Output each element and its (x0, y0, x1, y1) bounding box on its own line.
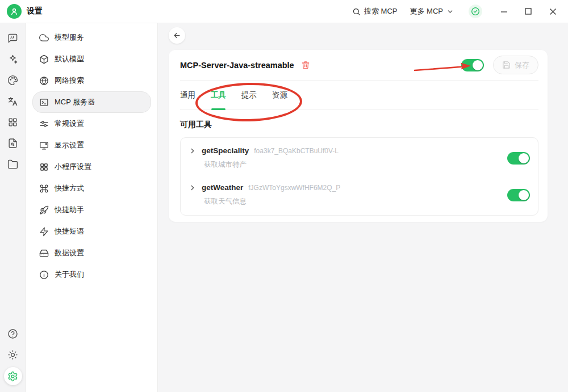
save-button[interactable]: 保存 (493, 56, 538, 74)
drive-icon (39, 248, 49, 258)
package-icon (39, 54, 49, 64)
search-mcp-button[interactable]: 搜索 MCP (349, 4, 401, 19)
help-icon[interactable] (3, 323, 23, 344)
sidebar-item-shortcuts[interactable]: 快捷方式 (32, 178, 151, 199)
rail-bottom-group (3, 323, 23, 385)
tool-enabled-toggle[interactable] (507, 189, 530, 201)
sidebar-item-label: 快捷方式 (55, 183, 84, 193)
tab-resources[interactable]: 资源 (272, 81, 287, 109)
person-icon (10, 7, 19, 16)
titlebar: 设置 搜索 MCP 更多 MCP (0, 0, 568, 23)
translate-icon[interactable] (3, 91, 23, 112)
toggle-knob (519, 153, 529, 163)
minimize-icon (500, 8, 508, 15)
sidebar-item-label: 显示设置 (55, 140, 84, 150)
mcp-server-card: MCP-Server-Java-streamable 保存 通用 工具 提示 资… (169, 50, 548, 222)
server-tabs: 通用 工具 提示 资源 (180, 81, 538, 110)
sidebar-item-label: 默认模型 (55, 54, 84, 64)
sidebar-item-about-us[interactable]: 关于我们 (32, 264, 151, 285)
terminal-icon (39, 98, 49, 107)
server-enabled-toggle[interactable] (461, 59, 484, 71)
settings-gear-button[interactable] (4, 367, 22, 385)
more-mcp-label: 更多 MCP (410, 6, 444, 16)
sliders-icon (39, 119, 49, 129)
sidebar-item-quick-phrases[interactable]: 快捷短语 (32, 221, 151, 242)
theme-icon[interactable] (3, 344, 23, 365)
sidebar-item-label: 模型服务 (55, 32, 84, 43)
sidebar-item-data-settings[interactable]: 数据设置 (32, 242, 151, 264)
tool-row: getSpeciality foa3k7_BQaKbCTBuUf0V-L 获取城… (181, 140, 538, 176)
sidebar-item-general-settings[interactable]: 常规设置 (32, 113, 151, 134)
tool-description: 获取天气信息 (204, 197, 507, 206)
check-circle-icon (471, 7, 480, 16)
sidebar-item-label: MCP 服务器 (55, 97, 95, 107)
folder-icon[interactable] (3, 154, 23, 175)
sidebar-item-default-models[interactable]: 默认模型 (32, 48, 151, 70)
tool-description: 获取城市特产 (204, 160, 507, 170)
user-avatar[interactable] (7, 4, 22, 19)
grid-icon (39, 162, 49, 172)
sidebar-item-label: 小程序设置 (55, 162, 91, 172)
sidebar-item-miniapp-settings[interactable]: 小程序设置 (32, 156, 151, 178)
tab-prompts[interactable]: 提示 (241, 81, 257, 109)
tool-name: getWeather (202, 183, 243, 192)
expand-chevron-icon[interactable] (189, 147, 197, 155)
rocket-icon (39, 205, 49, 215)
chat-icon[interactable] (3, 28, 23, 49)
sidebar-item-label: 网络搜索 (55, 75, 84, 86)
sidebar-item-web-search[interactable]: 网络搜索 (32, 70, 151, 91)
tab-tools[interactable]: 工具 (211, 81, 226, 109)
tool-id: foa3k7_BQaKbCTBuUf0V-L (254, 147, 339, 155)
window-minimize-button[interactable] (495, 3, 512, 20)
tool-info: getSpeciality foa3k7_BQaKbCTBuUf0V-L 获取城… (189, 146, 507, 170)
tool-enabled-toggle[interactable] (507, 152, 530, 165)
tool-name: getSpeciality (202, 146, 249, 155)
server-name: MCP-Server-Java-streamable (180, 61, 294, 70)
sidebar-item-label: 关于我们 (55, 269, 84, 280)
settings-gear-icon (7, 371, 18, 382)
tab-general[interactable]: 通用 (180, 81, 195, 109)
sidebar-item-quick-assistant[interactable]: 快捷助手 (32, 199, 151, 221)
sparkle-icon[interactable] (3, 49, 23, 70)
arrow-left-icon (173, 31, 181, 40)
cloud-icon (39, 33, 49, 43)
window-maximize-button[interactable] (520, 3, 537, 20)
tool-info: getWeather fJGzWToYgsxwWfHF6M2Q_P 获取天气信息 (189, 183, 507, 206)
more-mcp-dropdown[interactable]: 更多 MCP (407, 4, 458, 19)
connection-status-badge (469, 5, 482, 18)
sidebar-item-model-services[interactable]: 模型服务 (32, 27, 151, 48)
close-icon (549, 8, 557, 15)
available-tools-heading: 可用工具 (180, 120, 538, 130)
command-icon (39, 184, 49, 193)
sidebar-item-label: 快捷助手 (55, 205, 84, 215)
window-close-button[interactable] (544, 3, 561, 20)
file-search-icon[interactable] (3, 133, 23, 154)
sidebar-item-display-settings[interactable]: 显示设置 (32, 134, 151, 156)
tools-list: getSpeciality foa3k7_BQaKbCTBuUf0V-L 获取城… (180, 137, 538, 216)
sidebar-item-label: 快捷短语 (55, 226, 84, 237)
search-icon (352, 7, 361, 16)
back-button[interactable] (169, 27, 185, 44)
expand-chevron-icon[interactable] (189, 184, 197, 192)
tool-row: getWeather fJGzWToYgsxwWfHF6M2Q_P 获取天气信息 (181, 176, 538, 213)
display-icon (39, 141, 49, 150)
tool-id: fJGzWToYgsxwWfHF6M2Q_P (248, 184, 340, 192)
settings-sidebar: 模型服务 默认模型 网络搜索 MCP 服务器 常规设置 显示设置 小程序设置 (26, 23, 158, 392)
search-mcp-label: 搜索 MCP (364, 6, 398, 16)
sidebar-item-label: 常规设置 (55, 119, 84, 129)
globe-icon (39, 76, 49, 86)
sidebar-item-label: 数据设置 (55, 248, 84, 258)
app-icon-rail (0, 23, 26, 392)
zap-icon (39, 227, 49, 237)
palette-icon[interactable] (3, 70, 23, 91)
save-icon (502, 61, 511, 69)
page-title: 设置 (27, 6, 43, 16)
delete-server-button[interactable] (301, 61, 310, 70)
toggle-knob (473, 60, 483, 70)
server-header: MCP-Server-Java-streamable 保存 (180, 50, 538, 81)
sidebar-item-mcp-servers[interactable]: MCP 服务器 (32, 91, 151, 113)
save-button-label: 保存 (515, 60, 529, 70)
main-content: MCP-Server-Java-streamable 保存 通用 工具 提示 资… (158, 23, 568, 392)
toggle-knob (519, 190, 529, 200)
apps-icon[interactable] (3, 112, 23, 133)
